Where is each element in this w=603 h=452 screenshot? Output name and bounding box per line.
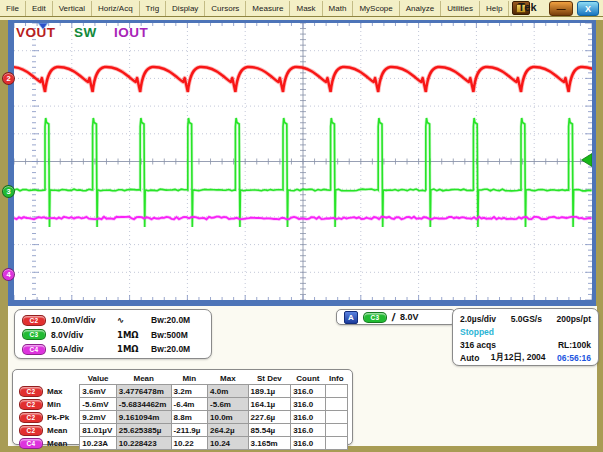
measurement-count: 316.0 bbox=[291, 437, 325, 450]
record-length: RL:100k bbox=[558, 340, 591, 350]
sample-rate: 5.0GS/s bbox=[511, 314, 542, 324]
measurement-channel-badge: C4 bbox=[19, 438, 43, 449]
menu-item[interactable]: Vertical bbox=[53, 1, 92, 16]
measurement-min: -211.9µ bbox=[171, 424, 207, 437]
menu-item[interactable]: Help bbox=[480, 1, 509, 16]
measurement-label: C4 Mean bbox=[17, 437, 80, 450]
menu-item[interactable]: Utilities bbox=[441, 1, 480, 16]
acquisition-count: 316 acqs bbox=[460, 340, 496, 350]
channel-bandwidth: Bw:20.0M bbox=[151, 315, 204, 325]
channel-scale: 5.0A/div bbox=[51, 344, 117, 354]
measurement-grid: Value Mean Min Max St Dev Count Info C2 … bbox=[17, 372, 348, 450]
trigger-readout[interactable]: A C3 / 8.0V bbox=[336, 309, 456, 325]
trigger-mode: Auto bbox=[460, 353, 479, 363]
date-value: 1月12日, 2004 bbox=[491, 352, 546, 364]
measurement-label: C2 Mean bbox=[17, 424, 80, 437]
menu-item[interactable]: Measure bbox=[246, 1, 290, 16]
measurement-count: 316.0 bbox=[291, 424, 325, 437]
measurement-value: -5.6mV bbox=[80, 398, 116, 411]
measurement-count: 316.0 bbox=[291, 385, 325, 398]
measurement-label: C2 Max bbox=[17, 385, 80, 398]
measurement-value: 10.23A bbox=[80, 437, 116, 450]
measurement-min: 10.22 bbox=[171, 437, 207, 450]
channel-bandwidth: Bw:500M bbox=[151, 330, 204, 340]
trigger-source-badge: C3 bbox=[363, 312, 387, 323]
channel-impedance: 1MΩ bbox=[117, 330, 151, 340]
measurement-row: C4 Mean 10.23A 10.228423 10.22 10.24 3.1… bbox=[17, 437, 348, 450]
channel-readout-row[interactable]: C4 5.0A/div 1MΩ Bw:20.0M bbox=[22, 342, 204, 357]
menu-item[interactable]: Display bbox=[166, 1, 205, 16]
measurement-table: Value Mean Min Max St Dev Count Info C2 … bbox=[12, 369, 353, 445]
menu-item[interactable]: Math bbox=[323, 1, 354, 16]
close-button[interactable]: X bbox=[577, 1, 599, 16]
trigger-level-value: 8.0V bbox=[400, 312, 419, 322]
measurement-mean: 9.161094m bbox=[116, 411, 171, 424]
measurement-max: 10.24 bbox=[208, 437, 249, 450]
waveform-display-area: VOUTSWIOUT bbox=[14, 23, 592, 300]
measurement-mean: 3.4776478m bbox=[116, 385, 171, 398]
measurement-value: 81.01µV bbox=[80, 424, 116, 437]
channel-4-marker[interactable]: 4 bbox=[2, 268, 15, 281]
trace-label-sw: SW bbox=[74, 25, 97, 40]
measurement-row: C2 Min -5.6mV -5.6834462m -6.4m -5.6m 16… bbox=[17, 398, 348, 411]
menu-item[interactable]: Edit bbox=[26, 1, 53, 16]
menu-item[interactable]: Cursors bbox=[205, 1, 246, 16]
menu-item[interactable]: Trig bbox=[140, 1, 166, 16]
menu-item[interactable]: File bbox=[0, 1, 26, 16]
measurement-column-header: Max bbox=[208, 372, 249, 385]
menu-bar: File Edit Vertical Horiz/Acq Trig Displa… bbox=[0, 0, 603, 17]
measurement-name: Max bbox=[47, 387, 63, 396]
measurement-column-header: Info bbox=[325, 372, 347, 385]
channel-readout-row[interactable]: C3 8.0V/div 1MΩ Bw:500M bbox=[22, 328, 204, 343]
menu-item[interactable]: Horiz/Acq bbox=[92, 1, 140, 16]
measurement-info bbox=[325, 385, 347, 398]
trace-label-vout: VOUT bbox=[16, 25, 56, 40]
trace-label-iout: IOUT bbox=[114, 25, 149, 40]
readout-area: C2 10.0mV/div ∿ Bw:20.0M C3 8.0V/div 1MΩ… bbox=[8, 306, 597, 446]
channel-impedance: 1MΩ bbox=[117, 344, 151, 354]
measurement-value: 3.6mV bbox=[80, 385, 116, 398]
channel-readout-box[interactable]: C2 10.0mV/div ∿ Bw:20.0M C3 8.0V/div 1MΩ… bbox=[14, 309, 212, 359]
waveform-display: VOUTSWIOUT bbox=[14, 23, 592, 300]
channel-3-marker[interactable]: 3 bbox=[2, 185, 15, 198]
measurement-column-header: St Dev bbox=[248, 372, 291, 385]
menu-item[interactable]: MyScope bbox=[353, 1, 399, 16]
measurement-mean: 10.228423 bbox=[116, 437, 171, 450]
channel-badge: C3 bbox=[22, 329, 46, 340]
measurement-info bbox=[325, 424, 347, 437]
channel-bandwidth: Bw:20.0M bbox=[151, 344, 204, 354]
measurement-label: C2 Min bbox=[17, 398, 80, 411]
measurement-column-header: Count bbox=[291, 372, 325, 385]
measurement-stdev: 3.165m bbox=[248, 437, 291, 450]
measurement-stdev: 189.1µ bbox=[248, 385, 291, 398]
channel-scale: 8.0V/div bbox=[51, 330, 117, 340]
channel-readout-rows: C2 10.0mV/div ∿ Bw:20.0M C3 8.0V/div 1MΩ… bbox=[22, 313, 204, 357]
measurement-column-header: Mean bbox=[116, 372, 171, 385]
rising-edge-icon: / bbox=[391, 312, 395, 322]
minimize-button[interactable]: — bbox=[549, 1, 573, 16]
trigger-level-marker[interactable] bbox=[582, 154, 593, 167]
menu-item[interactable]: Mask bbox=[290, 1, 322, 16]
menu-item[interactable]: Analyze bbox=[400, 1, 441, 16]
measurement-name: Pk-Pk bbox=[47, 413, 69, 422]
trigger-a-badge: A bbox=[344, 311, 358, 324]
channel-impedance: ∿ bbox=[117, 315, 151, 325]
measurement-label: C2 Pk-Pk bbox=[17, 411, 80, 424]
channel-readout-row[interactable]: C2 10.0mV/div ∿ Bw:20.0M bbox=[22, 313, 204, 328]
measurement-info bbox=[325, 411, 347, 424]
measurement-max: 10.0m bbox=[208, 411, 249, 424]
measurement-label-column bbox=[17, 372, 80, 385]
measurement-column-header: Min bbox=[171, 372, 207, 385]
measurement-channel-badge: C2 bbox=[19, 399, 43, 410]
channel-scale: 10.0mV/div bbox=[51, 315, 117, 325]
timebase-readout[interactable]: 2.0µs/div 5.0GS/s 200ps/pt Stopped 316 a… bbox=[452, 308, 599, 366]
measurement-mean: -5.6834462m bbox=[116, 398, 171, 411]
measurement-value: 9.2mV bbox=[80, 411, 116, 424]
measurement-max: 4.0m bbox=[208, 385, 249, 398]
measurement-info bbox=[325, 437, 347, 450]
measurement-name: Mean bbox=[47, 439, 67, 448]
tek-logo: Tek bbox=[518, 1, 537, 13]
timebase-scale: 2.0µs/div bbox=[460, 314, 496, 324]
measurement-info bbox=[325, 398, 347, 411]
channel-2-marker[interactable]: 2 bbox=[2, 72, 15, 85]
